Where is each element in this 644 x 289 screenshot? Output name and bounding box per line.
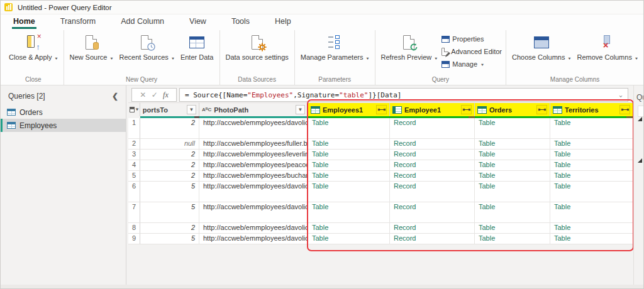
cell-reportsto[interactable]: 2 (140, 118, 199, 139)
cell-employee1-link[interactable]: Record (390, 171, 475, 182)
advanced-editor-button[interactable]: Advanced Editor (441, 46, 502, 57)
expand-column-icon[interactable]: ⇤⇥ (619, 105, 630, 114)
cell-territories-link[interactable]: Table (550, 118, 633, 139)
collapse-queries-pane-button[interactable]: ❮ (112, 92, 118, 101)
properties-button[interactable]: Properties (441, 34, 502, 44)
cell-reportsto[interactable]: 5 (140, 234, 199, 244)
column-header-reportsto[interactable]: ReportsTo ▼ (140, 102, 199, 116)
cell-territories-link[interactable]: Table (550, 234, 633, 244)
table-row: 3 2 http://accweb/emmployees/leverling.b… (128, 150, 633, 160)
cell-employee1-link[interactable]: Record (390, 182, 475, 202)
collapse-triangle-icon[interactable] (638, 158, 642, 163)
close-and-apply-button[interactable]: ×↑ Close & Apply ▾ (7, 31, 60, 74)
cell-orders-link[interactable]: Table (475, 160, 550, 171)
cell-photopath[interactable]: http://accweb/emmployees/fuller.bmp (199, 139, 308, 150)
tab-home[interactable]: Home (12, 16, 36, 29)
table-menu-button[interactable]: ▾ (128, 102, 140, 116)
cell-orders-link[interactable]: Table (475, 139, 550, 150)
cell-photopath[interactable]: http://accweb/emmployees/davolio.bmp (199, 202, 308, 223)
cell-employees1-link[interactable]: Table (308, 182, 390, 202)
cell-territories-link[interactable]: Table (550, 202, 633, 223)
cell-employees1-link[interactable]: Table (308, 118, 390, 139)
cell-reportsto[interactable]: 5 (140, 202, 199, 223)
cell-territories-link[interactable]: Table (550, 139, 633, 150)
cell-photopath[interactable]: http://accweb/emmployees/davolio.bmp (199, 223, 308, 234)
cell-employee1-link[interactable]: Record (390, 139, 475, 150)
manage-parameters-button[interactable]: Manage Parameters ▾ (299, 31, 371, 74)
column-header-employee1[interactable]: Employee1 ⇤⇥ (390, 102, 475, 116)
cell-orders-link[interactable]: Table (475, 171, 550, 182)
column-header-photopath[interactable]: AᴮC PhotoPath ▼ (199, 102, 308, 116)
data-source-settings-button[interactable]: Data source settings (224, 31, 291, 74)
expand-column-icon[interactable]: ⇤⇥ (461, 105, 472, 114)
cell-reportsto[interactable]: 2 (140, 160, 199, 171)
collapse-triangle-icon[interactable] (638, 117, 642, 121)
new-source-button[interactable]: New Source ▾ (68, 31, 115, 74)
cell-employee1-link[interactable]: Record (390, 202, 475, 223)
cell-photopath[interactable]: http://accweb/emmployees/davolio.bmp (199, 234, 308, 244)
remove-columns-button[interactable]: × Remove Columns ▾ (575, 31, 640, 74)
cell-reportsto[interactable]: 5 (140, 182, 199, 202)
cell-orders-link[interactable]: Table (475, 202, 550, 223)
cell-orders-link[interactable]: Table (475, 223, 550, 234)
commit-formula-button[interactable]: ✓ (152, 90, 158, 99)
cancel-formula-button[interactable]: ✕ (140, 90, 146, 99)
column-header-orders[interactable]: Orders ⇤⇥ (475, 102, 550, 116)
cell-reportsto[interactable]: 2 (140, 150, 199, 160)
cell-employees1-link[interactable]: Table (308, 234, 390, 244)
tab-tools[interactable]: Tools (230, 16, 251, 29)
cell-reportsto[interactable]: 2 (140, 171, 199, 182)
cell-photopath[interactable]: http://accweb/emmployees/davolio.bmp (199, 118, 308, 139)
cell-territories-link[interactable]: Table (550, 160, 633, 171)
cell-territories-link[interactable]: Table (550, 182, 633, 202)
enter-data-icon (189, 36, 204, 48)
cell-employee1-link[interactable]: Record (390, 118, 475, 139)
cell-orders-link[interactable]: Table (475, 118, 550, 139)
cell-reportsto[interactable]: null (140, 139, 199, 150)
table-row: 4 2 http://accweb/emmployees/peacock.bmp… (128, 160, 633, 171)
filter-dropdown-icon[interactable]: ▼ (187, 105, 196, 114)
tab-add-column[interactable]: Add Column (119, 16, 165, 29)
cell-employee1-link[interactable]: Record (390, 234, 475, 244)
choose-columns-button[interactable]: Choose Columns ▾ (510, 31, 572, 74)
formula-input[interactable]: = Source{[Name="Employees",Signature="ta… (179, 88, 628, 102)
tab-view[interactable]: View (188, 16, 208, 29)
cell-territories-link[interactable]: Table (550, 150, 633, 160)
column-header-employees1[interactable]: Employees1 ⇤⇥ (308, 102, 390, 116)
cell-territories-link[interactable]: Table (550, 171, 633, 182)
cell-employee1-link[interactable]: Record (390, 223, 475, 234)
cell-employees1-link[interactable]: Table (308, 202, 390, 223)
formula-expand-chevron[interactable]: ⌄ (619, 92, 623, 98)
close-apply-label: Close & Apply (9, 53, 52, 61)
cell-reportsto[interactable]: 2 (140, 223, 199, 234)
enter-data-button[interactable]: Enter Data (179, 31, 216, 74)
filter-dropdown-icon[interactable]: ▼ (296, 105, 305, 114)
query-item-employees[interactable]: Employees (1, 119, 126, 132)
cell-photopath[interactable]: http://accweb/emmployees/buchanan.bmp (199, 171, 308, 182)
cell-orders-link[interactable]: Table (475, 150, 550, 160)
cell-photopath[interactable]: http://accweb/emmployees/davolio.bmp (199, 182, 308, 202)
cell-employees1-link[interactable]: Table (308, 160, 390, 171)
expand-column-icon[interactable]: ⇤⇥ (376, 105, 387, 114)
cell-employee1-link[interactable]: Record (390, 160, 475, 171)
cell-employees1-link[interactable]: Table (308, 150, 390, 160)
cell-employees1-link[interactable]: Table (308, 223, 390, 234)
column-header-territories[interactable]: Territories ⇤⇥ (550, 102, 633, 116)
query-item-orders[interactable]: Orders (1, 106, 126, 119)
cell-employees1-link[interactable]: Table (308, 171, 390, 182)
cell-employee1-link[interactable]: Record (390, 150, 475, 160)
manage-button[interactable]: Manage ▾ (441, 59, 502, 69)
cell-photopath[interactable]: http://accweb/emmployees/leverling.bmp (199, 150, 308, 160)
data-preview-grid: ▾ ReportsTo ▼ AᴮC PhotoPath ▼ Employees1… (128, 102, 633, 244)
tab-transform[interactable]: Transform (59, 16, 97, 29)
cell-territories-link[interactable]: Table (550, 223, 633, 234)
refresh-preview-button[interactable]: Refresh Preview ▾ (379, 31, 440, 74)
tab-help[interactable]: Help (274, 16, 292, 29)
recent-sources-button[interactable]: Recent Sources ▾ (118, 31, 176, 74)
cell-photopath[interactable]: http://accweb/emmployees/peacock.bmp (199, 160, 308, 171)
advanced-editor-icon (441, 48, 448, 56)
cell-employees1-link[interactable]: Table (308, 139, 390, 150)
cell-orders-link[interactable]: Table (475, 234, 550, 244)
expand-column-icon[interactable]: ⇤⇥ (536, 105, 547, 114)
cell-orders-link[interactable]: Table (475, 182, 550, 202)
